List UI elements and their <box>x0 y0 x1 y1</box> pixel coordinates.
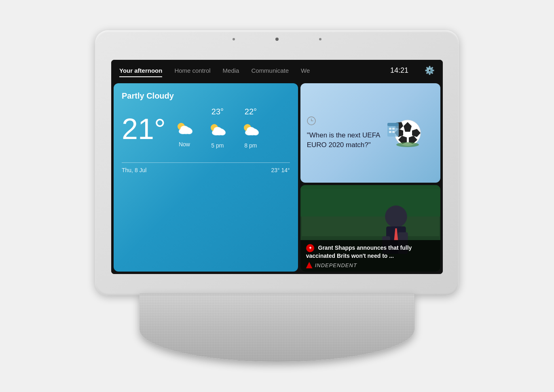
weather-high-low: 23° 14° <box>271 167 290 173</box>
nav-bar: Your afternoon Home control Media Commun… <box>111 60 443 81</box>
google-assistant-icon <box>307 116 381 127</box>
nav-item-media[interactable]: Media <box>223 67 239 74</box>
independent-logo: INDEPENDENT <box>306 262 435 268</box>
weather-footer: Thu, 8 Jul 23° 14° <box>122 167 290 173</box>
forecast-temp-8pm: 22° <box>245 107 257 116</box>
forecast-row: Now 23° <box>174 107 261 149</box>
nav-item-your-afternoon[interactable]: Your afternoon <box>119 67 162 74</box>
soccer-ball-icon <box>385 111 422 147</box>
device-screen[interactable]: Your afternoon Home control Media Commun… <box>111 60 443 274</box>
soccer-illustration <box>385 111 434 155</box>
forecast-8pm: 22° 8 pm <box>240 107 261 149</box>
forecast-temp-5pm: 23° <box>211 107 224 116</box>
center-camera <box>275 38 279 41</box>
svg-point-34 <box>385 206 407 228</box>
svg-point-4 <box>180 126 188 132</box>
camera-area <box>233 38 321 41</box>
current-temp: 21° <box>122 114 166 143</box>
speaker-base <box>140 293 414 362</box>
svg-rect-28 <box>389 131 391 133</box>
time-display: 14:21 <box>390 66 408 75</box>
independent-name: INDEPENDENT <box>315 262 357 268</box>
settings-icon[interactable]: ⚙️ <box>425 65 435 75</box>
uefa-card[interactable]: "When is the next UEFA EURO 2020 match?" <box>300 83 440 183</box>
svg-point-14 <box>247 127 255 133</box>
independent-logo-icon <box>306 262 313 268</box>
svg-rect-26 <box>389 128 391 130</box>
weather-date: Thu, 8 Jul <box>122 167 146 173</box>
google-nest-hub: Your afternoon Home control Media Commun… <box>95 30 459 362</box>
nav-item-communicate[interactable]: Communicate <box>251 67 289 74</box>
uefa-text-area: "When is the next UEFA EURO 2020 match?" <box>307 116 381 150</box>
svg-rect-25 <box>387 123 399 126</box>
news-overlay: ✦ Grant Shapps announces that fully vacc… <box>300 240 440 272</box>
weather-main: 21° <box>122 107 290 150</box>
forecast-time-5pm: 5 pm <box>211 142 224 149</box>
news-headline: ✦ Grant Shapps announces that fully vacc… <box>306 244 435 260</box>
content-area: Partly Cloudy 21° <box>111 81 443 274</box>
forecast-time-now: Now <box>179 141 190 148</box>
left-sensor <box>233 38 235 40</box>
weather-card[interactable]: Partly Cloudy 21° <box>114 83 298 272</box>
weather-divider <box>122 162 290 163</box>
news-card[interactable]: ✦ Grant Shapps announces that fully vacc… <box>300 185 440 272</box>
svg-point-9 <box>214 127 222 133</box>
weather-icon-now <box>174 119 195 137</box>
device-body: Your afternoon Home control Media Commun… <box>95 30 459 295</box>
news-source-icon: ✦ <box>306 244 314 252</box>
weather-icon-8pm <box>240 120 261 138</box>
right-sensor <box>319 38 321 40</box>
forecast-time-8pm: 8 pm <box>244 142 257 149</box>
uefa-question-text: "When is the next UEFA EURO 2020 match?" <box>307 131 381 150</box>
svg-point-23 <box>396 142 419 147</box>
nav-item-we[interactable]: We <box>301 67 310 74</box>
svg-rect-27 <box>392 128 395 130</box>
news-headline-text: Grant Shapps announces that fully vaccin… <box>306 244 412 259</box>
nav-item-home-control[interactable]: Home control <box>174 67 210 74</box>
speaker-fabric <box>140 293 414 362</box>
weather-icon-5pm <box>207 120 228 138</box>
svg-rect-29 <box>392 131 395 133</box>
forecast-now: Now <box>174 107 195 149</box>
forecast-5pm: 23° 5 pm <box>207 107 228 149</box>
svg-rect-33 <box>300 185 440 217</box>
weather-condition: Partly Cloudy <box>122 91 290 101</box>
right-column: "When is the next UEFA EURO 2020 match?" <box>300 83 440 272</box>
